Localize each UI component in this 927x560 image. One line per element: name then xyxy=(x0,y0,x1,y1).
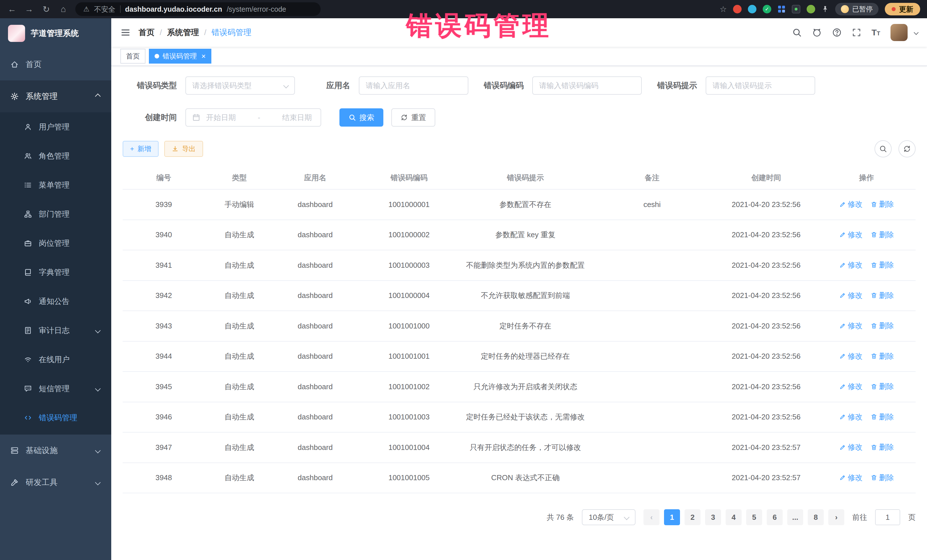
pager-page-2[interactable]: 2 xyxy=(685,509,701,525)
tab-error-code[interactable]: 错误码管理 × xyxy=(149,49,211,64)
delete-link[interactable]: 删除 xyxy=(871,442,894,452)
sidebar-item-infrastructure[interactable]: 基础设施 xyxy=(0,434,111,466)
sidebar-item-dictionary[interactable]: 字典管理 xyxy=(0,258,111,287)
pager-prev-button[interactable]: ‹ xyxy=(643,509,660,525)
edit-link[interactable]: 修改 xyxy=(839,199,863,209)
error-code-type-select[interactable]: 请选择错误码类型 xyxy=(185,76,295,95)
edit-link[interactable]: 修改 xyxy=(839,260,863,270)
pager-next-button[interactable]: › xyxy=(828,509,844,525)
pager-page-8[interactable]: 8 xyxy=(808,509,824,525)
pager-page-4[interactable]: 4 xyxy=(726,509,742,525)
sidebar-item-audit-logs[interactable]: 审计日志 xyxy=(0,316,111,345)
sidebar-item-home[interactable]: 首页 xyxy=(0,49,111,80)
error-hint-input[interactable] xyxy=(713,81,808,90)
pager-page-1[interactable]: 1 xyxy=(664,509,680,525)
calendar-icon xyxy=(192,114,200,121)
reload-icon[interactable]: ↻ xyxy=(41,4,51,14)
breadcrumb-home[interactable]: 首页 xyxy=(138,27,155,38)
tab-home[interactable]: 首页 xyxy=(120,49,146,64)
sidebar-item-sms[interactable]: 短信管理 xyxy=(0,374,111,403)
sidebar: 芋道管理系统 首页 系统管理 用户管理 xyxy=(0,18,111,560)
cell-remark: ceshi xyxy=(589,189,715,220)
back-icon[interactable]: ← xyxy=(7,4,17,14)
font-size-icon[interactable]: TT xyxy=(871,28,880,37)
fullscreen-icon[interactable] xyxy=(852,28,861,37)
edit-link[interactable]: 修改 xyxy=(839,381,863,392)
edit-link[interactable]: 修改 xyxy=(839,442,863,452)
edit-link[interactable]: 修改 xyxy=(839,473,863,483)
edit-link[interactable]: 修改 xyxy=(839,291,863,300)
page-size-select[interactable]: 10条/页 xyxy=(582,509,635,525)
sidebar-item-notices[interactable]: 通知公告 xyxy=(0,287,111,316)
edit-link[interactable]: 修改 xyxy=(839,351,863,361)
gear-icon xyxy=(10,92,19,101)
add-button[interactable]: + 新增 xyxy=(123,141,159,157)
refresh-table-button[interactable] xyxy=(898,140,916,157)
cell-remark xyxy=(589,220,715,250)
sidebar-item-roles[interactable]: 角色管理 xyxy=(0,141,111,170)
bookmark-star-icon[interactable]: ☆ xyxy=(720,5,727,14)
error-code-table: 编号 类型 应用名 错误码编码 错误码提示 备注 创建时间 操作 3939手动编… xyxy=(123,167,916,493)
sidebar-item-online-users[interactable]: 在线用户 xyxy=(0,345,111,374)
delete-link[interactable]: 删除 xyxy=(871,412,894,422)
edit-link[interactable]: 修改 xyxy=(839,412,863,422)
hamburger-icon[interactable] xyxy=(120,27,131,38)
edit-link[interactable]: 修改 xyxy=(839,321,863,331)
address-bar[interactable]: ⚠ 不安全 dashboard.yudao.iocoder.cn/system/… xyxy=(75,2,321,16)
browser-update-button[interactable]: 更新 xyxy=(885,3,920,15)
delete-link[interactable]: 删除 xyxy=(871,381,894,392)
app-name-input[interactable] xyxy=(366,81,462,90)
close-tab-icon[interactable]: × xyxy=(201,52,206,61)
caret-down-icon[interactable] xyxy=(914,30,919,35)
extension-icon-blue[interactable] xyxy=(748,5,757,14)
date-range-picker[interactable]: 开始日期 - 结束日期 xyxy=(185,108,321,127)
forward-icon[interactable]: → xyxy=(24,4,34,14)
search-button[interactable]: 搜索 xyxy=(339,108,383,127)
cell-remark xyxy=(589,281,715,311)
sidebar-item-users[interactable]: 用户管理 xyxy=(0,112,111,141)
pin-icon[interactable] xyxy=(821,5,829,13)
cell-app: dashboard xyxy=(274,432,357,463)
extension-icon-red[interactable] xyxy=(733,5,742,14)
delete-link[interactable]: 删除 xyxy=(871,473,894,483)
cell-app: dashboard xyxy=(274,341,357,372)
extension-icon-green-check[interactable]: ✓ xyxy=(763,5,771,14)
cell-remark xyxy=(589,372,715,402)
user-avatar[interactable] xyxy=(891,24,907,41)
delete-link[interactable]: 删除 xyxy=(871,260,894,270)
sidebar-item-posts[interactable]: 岗位管理 xyxy=(0,229,111,258)
reset-button[interactable]: 重置 xyxy=(391,108,435,127)
pager-page-5[interactable]: 5 xyxy=(746,509,762,525)
top-navbar: 首页 / 系统管理 / 错误码管理 TT xyxy=(111,18,927,47)
delete-link[interactable]: 删除 xyxy=(871,199,894,209)
extension-icon-badge[interactable] xyxy=(792,5,800,14)
breadcrumb-system[interactable]: 系统管理 xyxy=(167,27,199,38)
sidebar-item-error-code[interactable]: 错误码管理 xyxy=(0,403,111,432)
sidebar-logo[interactable]: 芋道管理系统 xyxy=(0,18,111,49)
export-button[interactable]: 导出 xyxy=(164,141,203,157)
sidebar-item-dev-tools[interactable]: 研发工具 xyxy=(0,466,111,498)
sidebar-item-menus[interactable]: 菜单管理 xyxy=(0,170,111,200)
delete-link[interactable]: 删除 xyxy=(871,230,894,240)
pager-page-3[interactable]: 3 xyxy=(705,509,721,525)
toggle-search-button[interactable] xyxy=(874,140,892,157)
delete-link[interactable]: 删除 xyxy=(871,321,894,331)
extension-icon-green[interactable] xyxy=(807,5,815,14)
extension-icon-grid[interactable] xyxy=(778,5,786,13)
sidebar-item-departments[interactable]: 部门管理 xyxy=(0,200,111,229)
github-icon[interactable] xyxy=(812,28,822,37)
main-area: 首页 / 系统管理 / 错误码管理 TT 首页 xyxy=(111,18,927,560)
goto-page-input[interactable] xyxy=(875,509,900,525)
delete-link[interactable]: 删除 xyxy=(871,351,894,361)
home-icon[interactable]: ⌂ xyxy=(58,4,68,14)
pager-more-button[interactable]: ... xyxy=(787,509,803,525)
sidebar-item-system[interactable]: 系统管理 xyxy=(0,80,111,112)
error-code-input[interactable] xyxy=(539,81,635,90)
cell-id: 3941 xyxy=(123,250,205,281)
help-icon[interactable] xyxy=(832,28,842,37)
profile-paused-button[interactable]: 已暂停 xyxy=(835,3,878,15)
pager-page-6[interactable]: 6 xyxy=(767,509,783,525)
search-icon[interactable] xyxy=(792,28,802,37)
edit-link[interactable]: 修改 xyxy=(839,230,863,240)
delete-link[interactable]: 删除 xyxy=(871,291,894,300)
